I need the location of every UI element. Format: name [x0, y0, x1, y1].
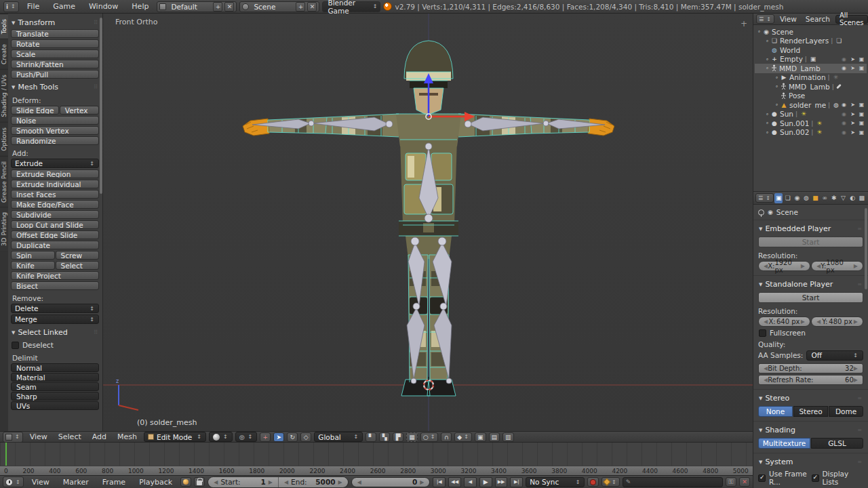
tab-create[interactable]: Create	[0, 39, 8, 69]
current-frame-field[interactable]: ◀0▶	[351, 477, 431, 487]
extrude-region-button[interactable]: Extrude Region	[11, 169, 99, 178]
translate-button[interactable]: Translate	[11, 29, 99, 38]
close-scene-button[interactable]: ✕	[307, 2, 317, 12]
jump-to-end-button[interactable]: ▶|	[510, 477, 523, 487]
fullscreen-checkbox-row[interactable]: Fullscreen	[758, 327, 863, 339]
outliner-scope-dropdown[interactable]: All Scenes	[835, 15, 868, 24]
menu-game[interactable]: Game	[47, 2, 81, 11]
expander-icon[interactable]: ∘	[764, 65, 770, 71]
scene-selector[interactable]: Scene + ✕	[239, 1, 319, 12]
panel-transform-header[interactable]: ▼Transform⠿	[11, 16, 99, 29]
orientation-dropdown[interactable]: Global↕	[314, 432, 363, 442]
outliner-row-renderlayers[interactable]: ∘❏RenderLayers|❏	[755, 37, 867, 46]
merge-dropdown[interactable]: Merge↕	[11, 314, 99, 324]
stereo-none-button[interactable]: None	[758, 406, 793, 417]
keying-set-input[interactable]: ✎	[623, 477, 723, 487]
display-lists-row[interactable]: Display Lists	[812, 470, 864, 486]
standalone-player-header[interactable]: ▼Standalone Player≡	[758, 277, 863, 291]
knife-project-button[interactable]: Knife Project	[11, 271, 99, 280]
render-engine-selector[interactable]: Blender Game ↕	[322, 1, 380, 12]
tab-constraints[interactable]: ∞	[821, 193, 829, 203]
properties-editor-type-button[interactable]: ☰↕	[755, 193, 774, 203]
timeline-ruler[interactable]: 0200400600800100012001400160018002000220…	[0, 466, 753, 475]
embedded-res-y-field[interactable]: ◀Y:1080 px▶	[811, 261, 863, 271]
preview-range-button[interactable]	[180, 477, 191, 487]
snap-magnet-button[interactable]: ∩	[441, 432, 452, 442]
snap-target-button[interactable]: ▣	[475, 432, 486, 442]
manipulator-scale-button[interactable]: ◇	[300, 432, 311, 442]
timeline-tracks[interactable]	[0, 443, 753, 466]
aa-samples-dropdown[interactable]: Off↕	[806, 350, 863, 361]
pin-icon[interactable]	[758, 209, 764, 216]
outliner-row-sun002[interactable]: ∘●Sun.002|☀ ◉➤▣	[755, 128, 867, 138]
refresh-rate-field[interactable]: ◀Refresh Rate:60▶	[758, 375, 863, 385]
renderability-icon[interactable]: ▣	[858, 65, 865, 71]
standalone-res-y-field[interactable]: ◀Y:480 px▶	[811, 317, 863, 327]
expander-icon[interactable]: ∘	[774, 75, 780, 81]
embedded-start-button[interactable]: Start	[758, 237, 863, 247]
extrude-dropdown[interactable]: Extrude↕	[11, 159, 99, 168]
face-select-button[interactable]: ▛	[393, 432, 403, 442]
tab-object[interactable]: ■	[811, 193, 820, 203]
lock-time-button[interactable]	[194, 477, 205, 487]
select-menu[interactable]: Select	[54, 432, 85, 441]
deselect-checkbox[interactable]	[12, 342, 19, 349]
proportional-edit-dropdown[interactable]: ○↕	[420, 432, 439, 442]
tab-render[interactable]: ▣	[774, 193, 783, 203]
renderability-icon[interactable]: ▣	[858, 120, 865, 126]
outliner-row-sun[interactable]: ∘●Sun|☀ ◉➤▣	[755, 110, 867, 119]
tab-3d-printing[interactable]: 3D Printing	[0, 207, 8, 251]
smooth-vertex-button[interactable]: Smooth Vertex	[11, 126, 99, 135]
mode-dropdown[interactable]: Edit Mode↕	[144, 432, 206, 442]
renderability-icon[interactable]: ▣	[858, 129, 865, 136]
auto-keying-dropdown[interactable]: ↕	[601, 477, 619, 487]
sync-dropdown[interactable]: No Sync↕	[526, 477, 585, 487]
screw-button[interactable]: Screw	[56, 251, 100, 260]
outliner-editor-type-button[interactable]: ☰↕	[756, 14, 774, 24]
expander-icon[interactable]: ∘	[764, 129, 770, 136]
tool-shelf-scrollbar[interactable]	[100, 18, 102, 194]
menu-file[interactable]: File	[22, 2, 45, 11]
expander-icon[interactable]: ∘	[756, 28, 762, 35]
jump-to-start-button[interactable]: |◀	[433, 477, 446, 487]
deselect-checkbox-row[interactable]: Deselect	[11, 339, 99, 351]
outliner-row-empty[interactable]: ∘+Empty|▣ ◉➤▣	[755, 55, 867, 64]
prev-keyframe-button[interactable]: ◀◀	[448, 477, 461, 487]
knife-select-button[interactable]: Select	[56, 261, 100, 270]
use-frame-rate-row[interactable]: Use Frame R...	[758, 470, 810, 486]
vertex-select-button[interactable]: ▘	[366, 432, 376, 442]
next-keyframe-button[interactable]: ▶▶	[495, 477, 508, 487]
viewport-shading-dropdown[interactable]: ↕	[209, 432, 233, 442]
expander-icon[interactable]: ∘	[764, 38, 770, 44]
timeline-frame-menu[interactable]: Frame	[97, 478, 131, 487]
menu-window[interactable]: Window	[83, 2, 123, 11]
delete-dropdown[interactable]: Delete↕	[11, 304, 99, 313]
outliner-row-pose[interactable]: Pose	[755, 92, 867, 101]
timeline-playhead[interactable]	[5, 443, 7, 466]
embedded-res-x-field[interactable]: ◀X:1920 px▶	[758, 261, 810, 271]
expander-icon[interactable]: ∘	[774, 83, 780, 89]
properties-scrollbar[interactable]	[865, 208, 867, 289]
screen-layout-selector[interactable]: Default + ✕	[157, 1, 237, 12]
open-sidebar-icon[interactable]: +	[741, 19, 747, 28]
bit-depth-field[interactable]: ◀Bit Depth:32▶	[758, 363, 863, 373]
duplicate-button[interactable]: Duplicate	[11, 241, 99, 249]
outliner-search-menu[interactable]: Search	[802, 15, 833, 23]
add-menu[interactable]: Add	[88, 432, 111, 441]
selectability-icon[interactable]: ➤	[849, 111, 856, 117]
play-reverse-button[interactable]: ◀	[464, 477, 477, 487]
view-menu[interactable]: View	[26, 432, 52, 441]
viewport-3d[interactable]: z Front Ortho (0) solder_mesh +	[103, 14, 753, 431]
outliner-view-menu[interactable]: View	[776, 15, 800, 23]
shading-multitexture-button[interactable]: Multitexture	[758, 438, 810, 449]
panel-select-linked-header[interactable]: ▼Select Linked⠿	[11, 325, 99, 339]
inset-faces-button[interactable]: Inset Faces	[11, 190, 99, 199]
tab-tools[interactable]: Tools	[0, 14, 8, 39]
fullscreen-checkbox[interactable]	[759, 329, 766, 337]
outliner-row-solder-mesh[interactable]: ∘▲solder_mesh|◍ ◉➤▣	[755, 100, 867, 110]
standalone-start-button[interactable]: Start	[758, 292, 863, 303]
randomize-button[interactable]: Randomize	[11, 136, 99, 145]
delimit-uvs-toggle[interactable]: UVs	[11, 401, 99, 410]
scale-button[interactable]: Scale	[11, 49, 99, 58]
manipulator-translate-button[interactable]: ➤	[273, 432, 284, 442]
